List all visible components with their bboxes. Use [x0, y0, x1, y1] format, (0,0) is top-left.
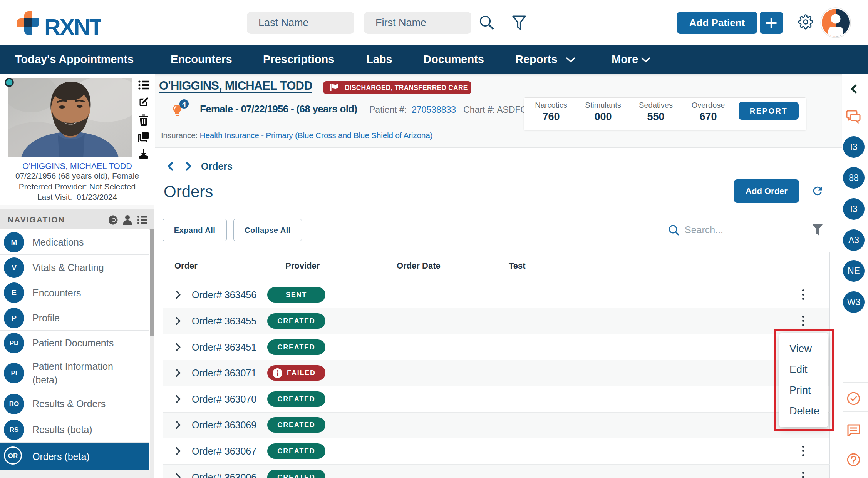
svg-text:4: 4 — [182, 100, 186, 108]
svg-text:RXNT: RXNT — [44, 15, 101, 35]
